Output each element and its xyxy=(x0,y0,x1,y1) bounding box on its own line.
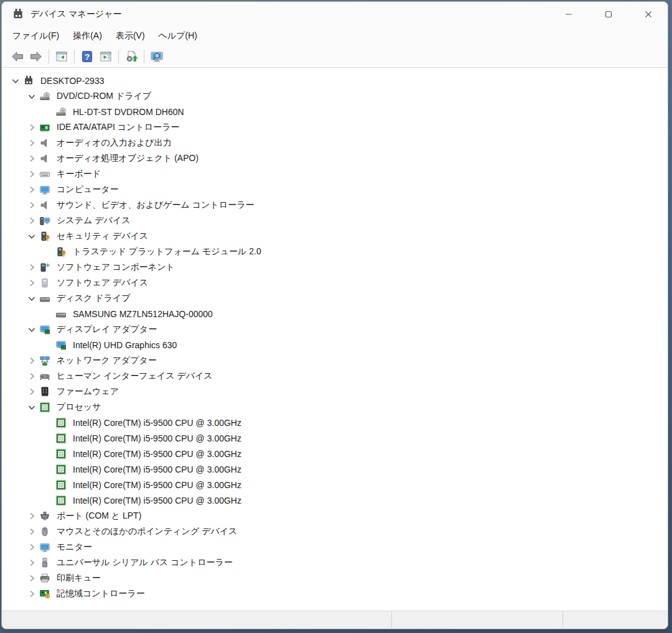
tree-item[interactable]: ユニバーサル シリアル バス コントローラー xyxy=(2,555,668,570)
tree-item[interactable]: Intel(R) Core(TM) i5-9500 CPU @ 3.00GHz xyxy=(2,415,668,430)
tree-item[interactable]: 印刷キュー xyxy=(2,570,668,586)
tree-item[interactable]: キーボード xyxy=(2,166,668,182)
chevron-right-icon[interactable] xyxy=(24,542,39,553)
chevron-down-icon[interactable] xyxy=(24,293,39,304)
chevron-down-icon[interactable] xyxy=(24,324,39,335)
tree-item-label[interactable]: DVD/CD-ROM ドライブ xyxy=(57,91,151,102)
tree-item[interactable]: サウンド、ビデオ、およびゲーム コントローラー xyxy=(2,197,668,213)
tree-item-label[interactable]: キーボード xyxy=(57,169,101,180)
chevron-right-icon[interactable] xyxy=(24,137,39,149)
tree-item[interactable]: SAMSUNG MZ7LN512HAJQ-00000 xyxy=(2,306,668,321)
tree-item[interactable]: HL-DT-ST DVDROM DH60N xyxy=(2,104,668,119)
tree-item[interactable]: ソフトウェア デバイス xyxy=(2,275,668,290)
tree-item[interactable]: Intel(R) Core(TM) i5-9500 CPU @ 3.00GHz xyxy=(2,446,668,461)
tree-item-label[interactable]: 記憶域コントローラー xyxy=(57,588,145,599)
tree-item[interactable]: システム デバイス xyxy=(2,213,668,228)
chevron-right-icon[interactable] xyxy=(24,215,39,226)
scan-hardware-changes-button[interactable] xyxy=(122,48,141,65)
tree-item[interactable]: オーディオ処理オブジェクト (APO) xyxy=(2,150,668,166)
tree-item[interactable]: コンピューター xyxy=(2,182,668,197)
search-devices-button[interactable] xyxy=(147,48,166,65)
tree-item-label[interactable]: オーディオ処理オブジェクト (APO) xyxy=(57,153,198,164)
tree-item-label[interactable]: サウンド、ビデオ、およびゲーム コントローラー xyxy=(57,200,254,211)
tree-item[interactable]: IDE ATA/ATAPI コントローラー xyxy=(2,119,668,135)
close-button[interactable] xyxy=(634,2,663,27)
tree-item[interactable]: マウスとそのほかのポインティング デバイス xyxy=(2,524,668,539)
chevron-right-icon[interactable] xyxy=(24,573,39,584)
tree-item[interactable]: DESKTOP-2933 xyxy=(2,73,668,88)
chevron-right-icon[interactable] xyxy=(24,386,39,397)
chevron-right-icon[interactable] xyxy=(24,153,39,164)
tree-item-label[interactable]: Intel(R) Core(TM) i5-9500 CPU @ 3.00GHz xyxy=(73,449,241,459)
menu-file[interactable]: ファイル(F) xyxy=(6,28,66,44)
tree-item-label[interactable]: ソフトウェア コンポーネント xyxy=(57,262,175,273)
tree-item-label[interactable]: Intel(R) Core(TM) i5-9500 CPU @ 3.00GHz xyxy=(73,433,241,443)
tree-item-label[interactable]: マウスとそのほかのポインティング デバイス xyxy=(57,526,237,537)
tree-item-label[interactable]: ディスク ドライブ xyxy=(57,293,131,304)
tree-item[interactable]: Intel(R) UHD Graphics 630 xyxy=(2,337,668,353)
chevron-down-icon[interactable] xyxy=(24,91,39,102)
chevron-right-icon[interactable] xyxy=(24,262,39,273)
tree-item-label[interactable]: ディスプレイ アダプター xyxy=(57,324,157,335)
tree-item[interactable]: ソフトウェア コンポーネント xyxy=(2,259,668,275)
tree-item-label[interactable]: モニター xyxy=(57,542,92,553)
tree-item-label[interactable]: システム デバイス xyxy=(57,215,131,226)
chevron-down-icon[interactable] xyxy=(24,231,39,242)
chevron-right-icon[interactable] xyxy=(24,200,39,211)
tree-item-label[interactable]: IDE ATA/ATAPI コントローラー xyxy=(57,122,179,133)
tree-item-label[interactable]: ポート (COM と LPT) xyxy=(57,511,141,522)
tree-item[interactable]: ファームウェア xyxy=(2,384,668,399)
chevron-right-icon[interactable] xyxy=(24,122,39,133)
tree-item-label[interactable]: プロセッサ xyxy=(57,402,101,413)
tree-item-label[interactable]: Intel(R) Core(TM) i5-9500 CPU @ 3.00GHz xyxy=(73,496,241,506)
tree-item[interactable]: Intel(R) Core(TM) i5-9500 CPU @ 3.00GHz xyxy=(2,477,668,492)
chevron-right-icon[interactable] xyxy=(24,557,39,568)
tree-item-label[interactable]: ヒューマン インターフェイス デバイス xyxy=(57,371,213,382)
chevron-right-icon[interactable] xyxy=(24,371,39,382)
tree-item-label[interactable]: 印刷キュー xyxy=(57,573,101,584)
tree-item[interactable]: ポート (COM と LPT) xyxy=(2,508,668,524)
tree-item-label[interactable]: SAMSUNG MZ7LN512HAJQ-00000 xyxy=(73,309,213,319)
tree-item-label[interactable]: Intel(R) Core(TM) i5-9500 CPU @ 3.00GHz xyxy=(73,418,241,428)
tree-item[interactable]: DVD/CD-ROM ドライブ xyxy=(2,88,668,104)
tree-item-label[interactable]: ユニバーサル シリアル バス コントローラー xyxy=(57,557,233,568)
chevron-right-icon[interactable] xyxy=(24,511,39,522)
forward-button[interactable] xyxy=(27,48,45,65)
tree-item-label[interactable]: HL-DT-ST DVDROM DH60N xyxy=(73,107,184,117)
tree-item-label[interactable]: Intel(R) Core(TM) i5-9500 CPU @ 3.00GHz xyxy=(73,480,241,490)
tree-item[interactable]: トラステッド プラットフォーム モジュール 2.0 xyxy=(2,244,668,259)
chevron-right-icon[interactable] xyxy=(24,526,39,537)
chevron-right-icon[interactable] xyxy=(24,355,39,366)
tree-item[interactable]: モニター xyxy=(2,539,668,555)
chevron-right-icon[interactable] xyxy=(24,588,39,599)
tree-item-label[interactable]: セキュリティ デバイス xyxy=(57,231,148,242)
chevron-down-icon[interactable] xyxy=(8,75,23,86)
tree-item-label[interactable]: ソフトウェア デバイス xyxy=(57,277,148,289)
chevron-right-icon[interactable] xyxy=(24,169,39,180)
minimize-button[interactable] xyxy=(554,2,583,27)
tree-item-label[interactable]: ネットワーク アダプター xyxy=(57,355,157,366)
menu-view[interactable]: 表示(V) xyxy=(109,28,152,44)
help-button[interactable] xyxy=(78,48,96,65)
tree-item[interactable]: Intel(R) Core(TM) i5-9500 CPU @ 3.00GHz xyxy=(2,430,668,446)
tree-item-label[interactable]: トラステッド プラットフォーム モジュール 2.0 xyxy=(73,246,261,257)
tree-item-label[interactable]: コンピューター xyxy=(57,184,119,195)
tree-item-label[interactable]: Intel(R) UHD Graphics 630 xyxy=(73,340,177,350)
tree-item[interactable]: ネットワーク アダプター xyxy=(2,353,668,368)
tree-item[interactable]: オーディオの入力および出力 xyxy=(2,135,668,150)
chevron-right-icon[interactable] xyxy=(24,184,39,195)
menu-action[interactable]: 操作(A) xyxy=(66,28,109,44)
show-hide-action-pane-button[interactable] xyxy=(96,48,115,65)
chevron-down-icon[interactable] xyxy=(24,402,39,413)
chevron-right-icon[interactable] xyxy=(24,277,39,289)
maximize-button[interactable] xyxy=(594,2,623,27)
tree-item[interactable]: 記憶域コントローラー xyxy=(2,586,668,601)
menu-help[interactable]: ヘルプ(H) xyxy=(152,28,204,44)
tree-item-label[interactable]: Intel(R) Core(TM) i5-9500 CPU @ 3.00GHz xyxy=(73,464,241,474)
tree-item-label[interactable]: オーディオの入力および出力 xyxy=(57,137,172,149)
tree-item-label[interactable]: DESKTOP-2933 xyxy=(40,76,104,86)
tree-item[interactable]: セキュリティ デバイス xyxy=(2,228,668,244)
tree-item[interactable]: ディスク ドライブ xyxy=(2,290,668,306)
tree-item[interactable]: Intel(R) Core(TM) i5-9500 CPU @ 3.00GHz xyxy=(2,461,668,477)
tree-item[interactable]: プロセッサ xyxy=(2,399,668,415)
